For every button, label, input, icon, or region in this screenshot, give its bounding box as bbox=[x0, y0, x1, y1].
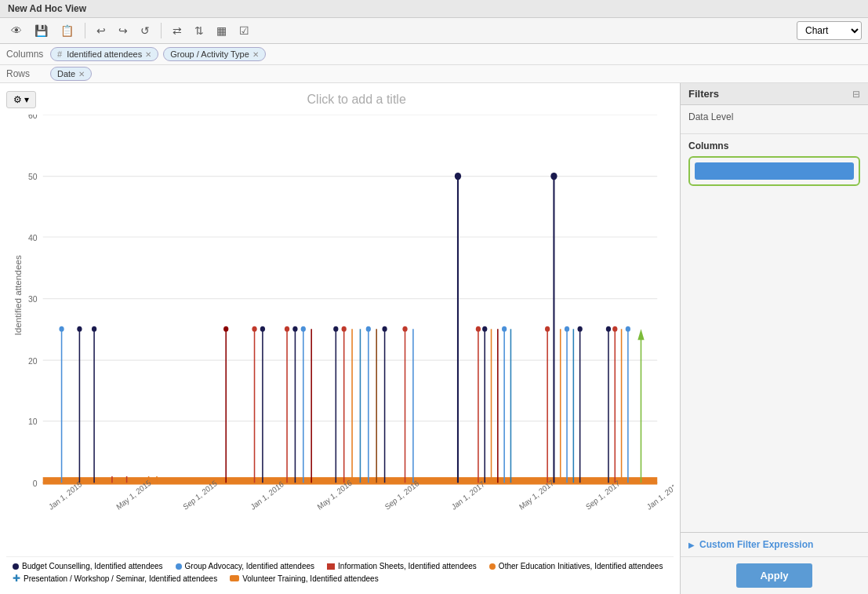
y-tick-40: 40 bbox=[28, 232, 38, 242]
data-point-1 bbox=[59, 326, 64, 332]
rows-label: Rows bbox=[6, 68, 45, 79]
gear-button[interactable]: ⚙ ▾ bbox=[6, 91, 36, 108]
row-pill-date[interactable]: Date ✕ bbox=[50, 67, 92, 81]
panel-spacer bbox=[681, 192, 868, 532]
data-point-16 bbox=[342, 326, 347, 332]
filters-title: Filters bbox=[688, 88, 719, 100]
legend-color-info bbox=[327, 563, 335, 570]
pill-text: Date bbox=[57, 69, 75, 78]
data-point-38 bbox=[626, 326, 630, 332]
custom-filter-section: ▶ Custom Filter Expression bbox=[681, 532, 868, 556]
columns-filter-bar[interactable] bbox=[695, 162, 854, 180]
data-point-3 bbox=[92, 326, 96, 332]
data-point-2 bbox=[77, 326, 82, 332]
data-point-24 bbox=[476, 326, 481, 332]
check-button[interactable]: ☑ bbox=[234, 21, 254, 40]
data-level-section: Data Level bbox=[681, 105, 868, 134]
legend-color-other bbox=[489, 563, 496, 570]
legend-color-budget bbox=[13, 563, 19, 570]
legend-item-volunteer: Volunteer Training, Identified attendees bbox=[230, 574, 378, 583]
data-point-10 bbox=[260, 326, 265, 332]
pill-close-date[interactable]: ✕ bbox=[78, 70, 85, 78]
separator-2 bbox=[161, 23, 162, 38]
chart-type-select[interactable]: Chart Table Crosstab bbox=[797, 21, 862, 40]
sort-button[interactable]: ⇅ bbox=[190, 21, 209, 40]
y-tick-30: 30 bbox=[28, 294, 38, 304]
legend-label-presentation: Presentation / Workshop / Seminar, Ident… bbox=[24, 574, 217, 583]
pill-text: Identified attendees bbox=[67, 49, 142, 59]
pill-text: Group / Activity Type bbox=[170, 49, 249, 59]
legend-label-other: Other Education Initiatives, Identified … bbox=[499, 562, 663, 570]
chart-wrapper: Identified attendees 0 10 20 30 bbox=[6, 115, 674, 556]
data-point-big2 bbox=[550, 173, 557, 180]
data-point-21 bbox=[382, 326, 387, 332]
y-tick-60: 60 bbox=[28, 115, 38, 120]
apply-button[interactable]: Apply bbox=[736, 563, 812, 588]
legend-item-other: Other Education Initiatives, Identified … bbox=[489, 562, 663, 570]
data-point-32 bbox=[565, 326, 569, 332]
y-tick-50: 50 bbox=[28, 172, 38, 182]
export-button[interactable]: ⇄ bbox=[168, 21, 187, 40]
toolbar: 👁 💾 📋 ↩ ↪ ↺ ⇄ ⇅ ▦ ☑ Chart Table Crosstab bbox=[0, 18, 868, 44]
column-pill-group-activity[interactable]: Group / Activity Type ✕ bbox=[163, 47, 266, 61]
legend-color-volunteer bbox=[230, 575, 239, 581]
rows-bar: Rows Date ✕ bbox=[0, 65, 868, 83]
data-point-8 bbox=[223, 326, 228, 332]
app-title: New Ad Hoc View bbox=[8, 3, 86, 14]
columns-label: Columns bbox=[6, 49, 45, 60]
legend-label-budget: Budget Counselling, Identified attendees bbox=[22, 562, 163, 570]
separator-1 bbox=[85, 23, 85, 38]
save-button[interactable]: 💾 bbox=[30, 21, 53, 40]
column-pill-identified-attendees[interactable]: Identified attendees ✕ bbox=[50, 47, 158, 61]
view-button[interactable]: 👁 bbox=[6, 21, 27, 40]
main-area: ⚙ ▾ Click to add a title Identified atte… bbox=[0, 83, 868, 594]
columns-highlight-box bbox=[688, 156, 860, 186]
chart-title[interactable]: Click to add a title bbox=[39, 89, 674, 110]
panel-header: Filters ⊟ bbox=[681, 83, 868, 105]
custom-filter-header[interactable]: ▶ Custom Filter Expression bbox=[688, 539, 860, 550]
panel-collapse-icon[interactable]: ⊟ bbox=[852, 89, 860, 100]
data-arrow-green bbox=[637, 329, 644, 340]
data-point-25 bbox=[482, 326, 487, 332]
refresh-button[interactable]: ↺ bbox=[136, 21, 154, 40]
data-point-36 bbox=[612, 326, 617, 332]
chart-svg: Identified attendees 0 10 20 30 bbox=[6, 115, 674, 556]
data-point-13 bbox=[301, 326, 306, 332]
undo-button[interactable]: ↩ bbox=[92, 21, 111, 40]
filter-button[interactable]: ▦ bbox=[212, 21, 231, 40]
columns-filter-section: Columns bbox=[681, 134, 868, 192]
y-axis-label: Identified attendees bbox=[13, 255, 22, 336]
data-point-22 bbox=[402, 326, 407, 332]
legend-item-budget: Budget Counselling, Identified attendees bbox=[13, 562, 163, 570]
apply-button-section: Apply bbox=[681, 556, 868, 594]
y-tick-10: 10 bbox=[28, 417, 38, 427]
chart-area: ⚙ ▾ Click to add a title Identified atte… bbox=[0, 83, 680, 594]
right-panel: Filters ⊟ Data Level Columns ▶ Custom Fi… bbox=[680, 83, 868, 594]
pill-close-group[interactable]: ✕ bbox=[252, 50, 259, 59]
redo-button[interactable]: ↪ bbox=[114, 21, 133, 40]
legend: Budget Counselling, Identified attendees… bbox=[6, 556, 674, 588]
legend-label-group: Group Advocacy, Identified attendees bbox=[185, 562, 314, 570]
data-point-12 bbox=[292, 326, 297, 332]
columns-filter-label: Columns bbox=[688, 140, 860, 151]
legend-item-presentation: ✚ Presentation / Workshop / Seminar, Ide… bbox=[13, 574, 217, 583]
data-level-label: Data Level bbox=[688, 111, 860, 122]
legend-color-group bbox=[176, 563, 182, 570]
y-tick-20: 20 bbox=[28, 355, 38, 366]
data-point-19 bbox=[366, 326, 371, 332]
chart-toolbar: ⚙ ▾ Click to add a title bbox=[6, 89, 674, 110]
data-point-9 bbox=[252, 326, 256, 332]
title-bar: New Ad Hoc View bbox=[0, 0, 868, 18]
data-point-35 bbox=[606, 326, 611, 332]
y-tick-0: 0 bbox=[33, 478, 38, 488]
data-point-30 bbox=[545, 326, 550, 332]
data-point-big1 bbox=[455, 173, 461, 180]
data-point-34 bbox=[578, 326, 583, 332]
legend-item-group: Group Advocacy, Identified attendees bbox=[176, 562, 314, 570]
save-as-button[interactable]: 📋 bbox=[56, 21, 78, 40]
pill-close-identified[interactable]: ✕ bbox=[145, 50, 151, 59]
data-point-28 bbox=[502, 326, 507, 332]
legend-item-info: Information Sheets, Identified attendees bbox=[327, 562, 477, 570]
legend-label-volunteer: Volunteer Training, Identified attendees bbox=[242, 574, 378, 583]
legend-color-presentation: ✚ bbox=[13, 574, 20, 583]
